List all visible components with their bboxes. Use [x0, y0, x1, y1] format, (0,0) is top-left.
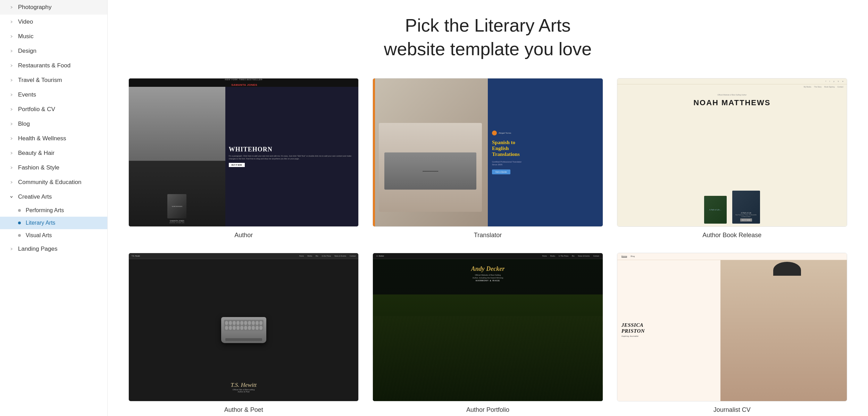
sidebar-item-label: Creative Arts [18, 193, 52, 200]
sidebar-item-label: Restaurants & Food [18, 62, 70, 69]
template-card-author-book-release[interactable]: ftpb♥ My BooksThe StoryBook SigningConta… [617, 78, 847, 239]
sidebar-item-restaurants-food[interactable]: Restaurants & Food [0, 58, 107, 73]
chevron-right-icon [8, 165, 15, 171]
sidebar: Photography Video Music Design Restauran… [0, 0, 108, 416]
sidebar-item-label: Video [18, 18, 33, 25]
sidebar-item-label: Travel & Tourism [18, 77, 62, 84]
chevron-right-icon [8, 106, 15, 113]
template-thumb-author: -NEW YORK TIMES BESTSELLER- SAMANTA JONE… [128, 78, 359, 227]
chevron-right-icon [8, 77, 15, 83]
template-label-journalist-cv: Journalist CV [617, 406, 847, 414]
chevron-right-icon [8, 48, 15, 54]
chevron-right-icon [8, 135, 15, 142]
sidebar-item-travel-tourism[interactable]: Travel & Tourism [0, 73, 107, 88]
template-label-author: Author [128, 232, 359, 239]
sidebar-item-blog[interactable]: Blog [0, 117, 107, 131]
sidebar-item-label: Design [18, 48, 36, 55]
sidebar-item-music[interactable]: Music [0, 29, 107, 44]
sidebar-item-label: Landing Pages [18, 246, 57, 252]
sidebar-item-events[interactable]: Events [0, 88, 107, 102]
sidebar-item-label: Community & Education [18, 179, 81, 186]
template-label-author-poet: Author & Poet [128, 406, 359, 414]
template-card-author-portfolio[interactable]: A. Decker HomeBooksIn The PressBioNews &… [373, 253, 603, 414]
template-card-translator[interactable]: ▬▬▬▬▬▬▬▬▬ Abigail Torres Spanish toEngli… [373, 78, 603, 239]
template-card-author-poet[interactable]: T.S. Hewitt HomeWorksBioIn the PressNews… [128, 253, 359, 414]
sidebar-item-video[interactable]: Video [0, 15, 107, 29]
sidebar-item-label: Portfolio & CV [18, 106, 55, 113]
template-label-author-portfolio: Author Portfolio [373, 406, 603, 414]
page-title: Pick the Literary Arts website template … [128, 14, 847, 61]
sidebar-sub-item-literary-arts[interactable]: Literary Arts [0, 217, 107, 229]
dot-icon [18, 234, 21, 237]
sidebar-item-beauty-hair[interactable]: Beauty & Hair [0, 146, 107, 160]
template-thumb-author-portfolio: A. Decker HomeBooksIn The PressBioNews &… [373, 253, 603, 401]
chevron-right-icon [8, 4, 15, 10]
sidebar-item-label: Events [18, 91, 36, 98]
template-label-author-book-release: Author Book Release [617, 232, 847, 239]
dot-active-icon [18, 222, 21, 224]
dot-icon [18, 209, 21, 212]
chevron-right-icon [8, 92, 15, 98]
sidebar-sub-item-label: Visual Arts [26, 232, 52, 239]
sidebar-item-label: Photography [18, 4, 51, 11]
sidebar-sub-item-label: Performing Arts [26, 207, 64, 214]
template-thumb-translator: ▬▬▬▬▬▬▬▬▬ Abigail Torres Spanish toEngli… [373, 78, 603, 227]
sidebar-sub-item-visual-arts[interactable]: Visual Arts [0, 229, 107, 242]
chevron-right-icon [8, 150, 15, 156]
template-thumb-author-poet: T.S. Hewitt HomeWorksBioIn the PressNews… [128, 253, 359, 401]
chevron-right-icon [8, 121, 15, 127]
sidebar-item-design[interactable]: Design [0, 44, 107, 58]
chevron-right-icon [8, 179, 15, 185]
chevron-right-icon [8, 33, 15, 40]
chevron-right-icon [8, 63, 15, 69]
sidebar-item-label: Music [18, 33, 33, 40]
sidebar-item-landing-pages[interactable]: Landing Pages [0, 242, 107, 256]
template-grid: -NEW YORK TIMES BESTSELLER- SAMANTA JONE… [128, 78, 847, 414]
sidebar-sub-item-label: Literary Arts [26, 220, 55, 226]
template-card-author[interactable]: -NEW YORK TIMES BESTSELLER- SAMANTA JONE… [128, 78, 359, 239]
main-content: Pick the Literary Arts website template … [108, 0, 868, 416]
sidebar-sub-item-performing-arts[interactable]: Performing Arts [0, 204, 107, 217]
sidebar-item-label: Fashion & Style [18, 164, 59, 171]
sidebar-item-creative-arts[interactable]: Creative Arts [0, 190, 107, 204]
template-label-translator: Translator [373, 232, 603, 239]
sidebar-item-photography[interactable]: Photography [0, 0, 107, 15]
sidebar-item-community-education[interactable]: Community & Education [0, 175, 107, 190]
chevron-right-icon [8, 246, 15, 252]
sidebar-item-portfolio-cv[interactable]: Portfolio & CV [0, 102, 107, 117]
template-card-journalist-cv[interactable]: Home Blog JESSICAPRISTON Aspiring Journa… [617, 253, 847, 414]
template-thumb-journalist-cv: Home Blog JESSICAPRISTON Aspiring Journa… [617, 253, 847, 401]
sidebar-item-label: Health & Wellness [18, 135, 66, 142]
sidebar-item-label: Beauty & Hair [18, 150, 55, 157]
template-thumb-author-book-release: ftpb♥ My BooksThe StoryBook SigningConta… [617, 78, 847, 227]
chevron-down-icon [8, 194, 15, 200]
chevron-right-icon [8, 19, 15, 25]
sidebar-item-fashion-style[interactable]: Fashion & Style [0, 160, 107, 175]
sidebar-item-label: Blog [18, 120, 30, 127]
sidebar-item-health-wellness[interactable]: Health & Wellness [0, 131, 107, 146]
